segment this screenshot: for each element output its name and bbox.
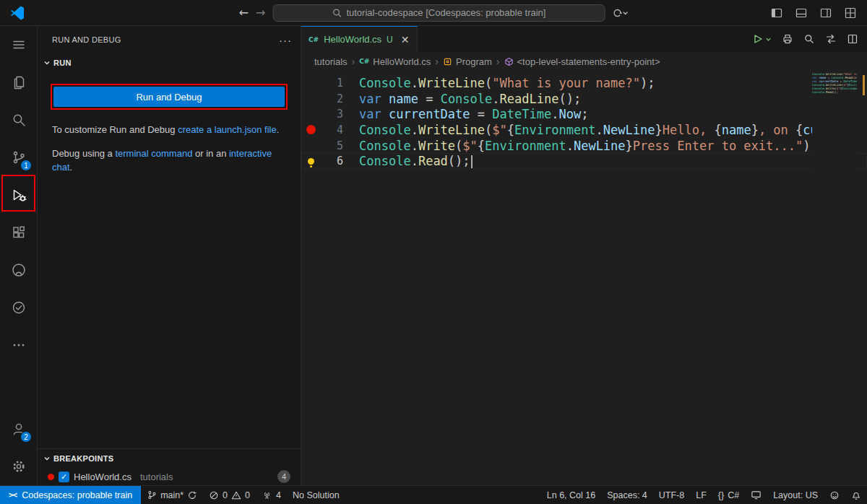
line-number[interactable]: 5 bbox=[320, 139, 343, 152]
code-line[interactable]: 1Console.WriteLine("What is your name?")… bbox=[301, 75, 867, 91]
compare-changes-icon[interactable] bbox=[825, 33, 837, 45]
create-launch-json-link[interactable]: create a launch.json file bbox=[178, 124, 277, 135]
csharp-file-icon: C# bbox=[359, 58, 369, 65]
line-number[interactable]: 6 bbox=[320, 155, 343, 168]
testing-icon[interactable] bbox=[0, 289, 37, 326]
toggle-secondary-sidebar-icon[interactable] bbox=[819, 6, 832, 19]
annotation-box-run-button: Run and Debug bbox=[51, 84, 288, 110]
search-text: tutorial-codespace [Codespaces: probable… bbox=[346, 7, 545, 18]
print-icon[interactable] bbox=[782, 33, 793, 45]
vscode-window: ← → tutorial-codespace [Codespaces: prob… bbox=[0, 0, 867, 504]
more-actions-icon[interactable]: ··· bbox=[279, 34, 292, 46]
vscode-logo-icon bbox=[10, 6, 25, 20]
customize-layout-icon[interactable] bbox=[844, 6, 857, 19]
run-section-header[interactable]: RUN bbox=[38, 53, 301, 72]
breakpoint-file-path: tutorials bbox=[140, 472, 173, 482]
eol-status[interactable]: LF bbox=[690, 486, 712, 504]
editor-layout-status[interactable] bbox=[745, 486, 767, 504]
code-line[interactable]: 3var currentDate = DateTime.Now; bbox=[301, 106, 867, 122]
radio-tower-icon bbox=[262, 490, 272, 500]
indentation-status[interactable]: Spaces: 4 bbox=[601, 486, 653, 504]
git-status-untracked: U bbox=[387, 35, 393, 45]
title-bar: ← → tutorial-codespace [Codespaces: prob… bbox=[0, 0, 867, 26]
debug-alternatives-hint: Debug using a terminal command or in an … bbox=[52, 147, 286, 174]
hint-text: To customize Run and Debug bbox=[52, 124, 178, 135]
back-button[interactable]: ← bbox=[239, 6, 249, 19]
feedback-status[interactable] bbox=[824, 486, 845, 504]
lightbulb-icon[interactable] bbox=[301, 158, 320, 165]
breakpoint-dot-icon bbox=[48, 474, 54, 480]
branch-status[interactable]: main* bbox=[141, 486, 203, 504]
errors-icon bbox=[209, 490, 219, 500]
run-and-debug-icon[interactable] bbox=[0, 176, 37, 214]
line-number[interactable]: 2 bbox=[320, 92, 343, 105]
code-text: Console.WriteLine($"{Environment.NewLine… bbox=[359, 123, 832, 137]
run-and-debug-button[interactable]: Run and Debug bbox=[53, 87, 285, 107]
solution-status[interactable]: No Solution bbox=[287, 486, 345, 504]
breakpoint-list-item[interactable]: ✓ HelloWorld.cs tutorials 4 bbox=[38, 468, 301, 485]
accounts-badge: 2 bbox=[20, 431, 32, 443]
code-line[interactable]: 5Console.Write($"{Environment.NewLine}Pr… bbox=[301, 138, 867, 154]
csharp-file-icon: C# bbox=[309, 36, 319, 43]
code-line[interactable]: 6Console.Read(); bbox=[301, 153, 867, 169]
brackets-icon: {} bbox=[718, 490, 724, 500]
breakpoint-icon[interactable] bbox=[301, 125, 320, 134]
code-text: Console.Write($"{Environment.NewLine}Pre… bbox=[359, 139, 818, 153]
tab-bar: C# HelloWorld.cs U ✕ bbox=[301, 26, 867, 52]
scm-badge: 1 bbox=[20, 160, 32, 171]
code-text: Console.Read(); bbox=[359, 154, 473, 168]
code-text: var name = Console.ReadLine(); bbox=[359, 92, 581, 106]
search-icon bbox=[332, 8, 342, 18]
tab-helloworld[interactable]: C# HelloWorld.cs U ✕ bbox=[301, 26, 418, 52]
breakpoint-checkbox[interactable]: ✓ bbox=[59, 472, 69, 482]
minimap[interactable]: Console.WriteLine("What is your name?");… bbox=[812, 72, 857, 181]
warnings-icon bbox=[231, 490, 241, 500]
encoding-status[interactable]: UTF-8 bbox=[653, 486, 690, 504]
tab-label: HelloWorld.cs bbox=[324, 34, 381, 45]
github-icon[interactable] bbox=[0, 251, 37, 289]
remote-indicator[interactable]: >< Codespaces: probable train bbox=[0, 486, 141, 504]
launch-json-hint: To customize Run and Debug create a laun… bbox=[52, 123, 286, 136]
forward-button[interactable]: → bbox=[256, 6, 265, 19]
breadcrumb-class[interactable]: Program bbox=[443, 56, 492, 67]
code-line[interactable]: 4Console.WriteLine($"{Environment.NewLin… bbox=[301, 122, 867, 138]
code-line[interactable]: 2var name = Console.ReadLine(); bbox=[301, 91, 867, 107]
refresh-dropdown-icon[interactable] bbox=[612, 8, 628, 18]
notifications-status[interactable] bbox=[845, 486, 867, 504]
code-text: Console.WriteLine("What is your name?"); bbox=[359, 76, 655, 90]
problems-status[interactable]: 0 0 bbox=[203, 486, 256, 504]
text-cursor bbox=[471, 155, 473, 168]
ports-status[interactable]: 4 bbox=[256, 486, 287, 504]
extensions-icon[interactable] bbox=[0, 214, 37, 251]
command-center-search[interactable]: tutorial-codespace [Codespaces: probable… bbox=[272, 4, 605, 22]
cursor-position-status[interactable]: Ln 6, Col 16 bbox=[541, 486, 601, 504]
keyboard-layout-status[interactable]: Layout: US bbox=[767, 486, 824, 504]
settings-gear-icon[interactable] bbox=[0, 448, 37, 485]
toggle-sidebar-icon[interactable] bbox=[770, 6, 783, 19]
status-bar: >< Codespaces: probable train main* 0 0 … bbox=[0, 485, 867, 504]
run-and-debug-sidebar: RUN AND DEBUG ··· RUN Run and Debug To c… bbox=[38, 26, 301, 485]
line-number[interactable]: 4 bbox=[320, 123, 343, 136]
search-sidebar-icon[interactable] bbox=[0, 101, 37, 139]
search-editor-icon[interactable] bbox=[803, 33, 815, 45]
menu-icon[interactable] bbox=[0, 26, 37, 64]
more-views-icon[interactable] bbox=[0, 326, 37, 364]
toggle-panel-icon[interactable] bbox=[795, 6, 808, 19]
terminal-command-link[interactable]: terminal command bbox=[115, 148, 192, 159]
run-button[interactable] bbox=[752, 33, 772, 45]
breadcrumb-folder[interactable]: tutorials bbox=[314, 56, 348, 67]
line-number[interactable]: 1 bbox=[320, 77, 343, 90]
code-editor[interactable]: 1Console.WriteLine("What is your name?")… bbox=[301, 71, 867, 485]
language-mode-status[interactable]: {} C# bbox=[712, 486, 745, 504]
git-branch-icon bbox=[147, 490, 157, 500]
breadcrumb-symbol[interactable]: <top-level-statements-entry-point> bbox=[504, 56, 660, 67]
breakpoints-section-header[interactable]: BREAKPOINTS bbox=[38, 449, 301, 468]
breadcrumb-file[interactable]: C# HelloWorld.cs bbox=[359, 56, 431, 67]
source-control-icon[interactable]: 1 bbox=[0, 139, 37, 176]
explorer-icon[interactable] bbox=[0, 64, 37, 101]
scrollbar[interactable] bbox=[858, 71, 867, 485]
line-number[interactable]: 3 bbox=[320, 108, 343, 121]
close-icon[interactable]: ✕ bbox=[401, 34, 410, 45]
split-editor-icon[interactable] bbox=[847, 33, 858, 45]
accounts-icon[interactable]: 2 bbox=[0, 410, 37, 448]
